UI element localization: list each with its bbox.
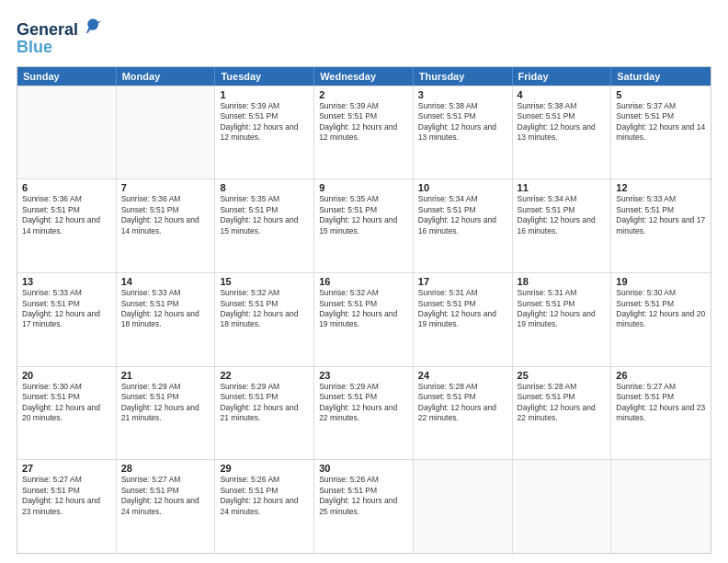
day-number: 4 xyxy=(518,89,607,100)
day-cell-15: 15Sunrise: 5:32 AM Sunset: 5:51 PM Dayli… xyxy=(215,273,314,366)
cell-info: Sunrise: 5:33 AM Sunset: 5:51 PM Dayligh… xyxy=(616,194,706,236)
day-number: 15 xyxy=(220,276,309,287)
cell-info: Sunrise: 5:31 AM Sunset: 5:51 PM Dayligh… xyxy=(418,288,507,330)
logo-blue-text: Blue xyxy=(17,38,52,57)
day-number: 21 xyxy=(121,370,210,381)
weekday-header-tuesday: Tuesday xyxy=(215,67,314,86)
cell-info: Sunrise: 5:38 AM Sunset: 5:51 PM Dayligh… xyxy=(418,101,507,144)
day-number: 8 xyxy=(220,182,309,193)
cell-info: Sunrise: 5:34 AM Sunset: 5:51 PM Dayligh… xyxy=(518,194,607,236)
page: General Blue SundayMondayTuesdayWednesda… xyxy=(0,0,728,563)
day-number: 6 xyxy=(22,182,111,193)
calendar-row-2: 13Sunrise: 5:33 AM Sunset: 5:51 PM Dayli… xyxy=(17,272,711,366)
calendar-row-3: 20Sunrise: 5:30 AM Sunset: 5:51 PM Dayli… xyxy=(17,366,711,460)
cell-info: Sunrise: 5:29 AM Sunset: 5:51 PM Dayligh… xyxy=(220,382,309,424)
day-cell-9: 9Sunrise: 5:35 AM Sunset: 5:51 PM Daylig… xyxy=(314,179,414,272)
day-number: 22 xyxy=(220,370,309,381)
weekday-header-monday: Monday xyxy=(117,67,216,86)
day-cell-10: 10Sunrise: 5:34 AM Sunset: 5:51 PM Dayli… xyxy=(414,179,513,272)
day-cell-14: 14Sunrise: 5:33 AM Sunset: 5:51 PM Dayli… xyxy=(117,273,216,366)
cell-info: Sunrise: 5:27 AM Sunset: 5:51 PM Dayligh… xyxy=(121,475,210,517)
weekday-header-wednesday: Wednesday xyxy=(314,67,414,86)
day-number: 27 xyxy=(22,463,111,474)
day-cell-30: 30Sunrise: 5:26 AM Sunset: 5:51 PM Dayli… xyxy=(314,460,414,553)
day-number: 25 xyxy=(518,370,607,381)
cell-info: Sunrise: 5:32 AM Sunset: 5:51 PM Dayligh… xyxy=(220,288,309,330)
empty-cell xyxy=(513,460,612,553)
day-cell-27: 27Sunrise: 5:27 AM Sunset: 5:51 PM Dayli… xyxy=(17,460,117,553)
cell-info: Sunrise: 5:26 AM Sunset: 5:51 PM Dayligh… xyxy=(319,475,408,517)
day-number: 7 xyxy=(121,182,210,193)
day-number: 12 xyxy=(616,182,706,193)
day-cell-16: 16Sunrise: 5:32 AM Sunset: 5:51 PM Dayli… xyxy=(314,273,414,366)
day-number: 17 xyxy=(418,276,507,287)
cell-info: Sunrise: 5:39 AM Sunset: 5:51 PM Dayligh… xyxy=(220,101,309,144)
calendar-row-1: 6Sunrise: 5:36 AM Sunset: 5:51 PM Daylig… xyxy=(17,178,711,272)
day-cell-4: 4Sunrise: 5:38 AM Sunset: 5:51 PM Daylig… xyxy=(513,86,612,179)
weekday-header-saturday: Saturday xyxy=(611,67,711,86)
cell-info: Sunrise: 5:27 AM Sunset: 5:51 PM Dayligh… xyxy=(22,475,111,517)
empty-cell xyxy=(414,460,513,553)
day-number: 1 xyxy=(220,89,309,100)
day-number: 26 xyxy=(616,370,706,381)
day-number: 30 xyxy=(319,463,408,474)
day-cell-12: 12Sunrise: 5:33 AM Sunset: 5:51 PM Dayli… xyxy=(611,179,711,272)
day-number: 14 xyxy=(121,276,210,287)
day-cell-1: 1Sunrise: 5:39 AM Sunset: 5:51 PM Daylig… xyxy=(215,86,314,179)
day-cell-11: 11Sunrise: 5:34 AM Sunset: 5:51 PM Dayli… xyxy=(513,179,612,272)
day-number: 11 xyxy=(518,182,607,193)
cell-info: Sunrise: 5:33 AM Sunset: 5:51 PM Dayligh… xyxy=(121,288,210,330)
day-cell-3: 3Sunrise: 5:38 AM Sunset: 5:51 PM Daylig… xyxy=(414,86,513,179)
calendar-body: 1Sunrise: 5:39 AM Sunset: 5:51 PM Daylig… xyxy=(17,86,711,553)
cell-info: Sunrise: 5:28 AM Sunset: 5:51 PM Dayligh… xyxy=(418,382,507,424)
day-cell-18: 18Sunrise: 5:31 AM Sunset: 5:51 PM Dayli… xyxy=(513,273,612,366)
empty-cell xyxy=(611,460,711,553)
cell-info: Sunrise: 5:30 AM Sunset: 5:51 PM Dayligh… xyxy=(616,288,706,330)
weekday-header-thursday: Thursday xyxy=(414,67,513,86)
calendar-row-4: 27Sunrise: 5:27 AM Sunset: 5:51 PM Dayli… xyxy=(17,459,711,553)
day-number: 5 xyxy=(616,89,706,100)
day-number: 18 xyxy=(518,276,607,287)
day-cell-29: 29Sunrise: 5:26 AM Sunset: 5:51 PM Dayli… xyxy=(215,460,314,553)
cell-info: Sunrise: 5:36 AM Sunset: 5:51 PM Dayligh… xyxy=(22,194,111,236)
cell-info: Sunrise: 5:39 AM Sunset: 5:51 PM Dayligh… xyxy=(319,101,408,144)
logo-text: General xyxy=(17,17,103,40)
day-cell-2: 2Sunrise: 5:39 AM Sunset: 5:51 PM Daylig… xyxy=(314,86,414,179)
cell-info: Sunrise: 5:26 AM Sunset: 5:51 PM Dayligh… xyxy=(220,475,309,517)
weekday-header-friday: Friday xyxy=(513,67,612,86)
day-cell-6: 6Sunrise: 5:36 AM Sunset: 5:51 PM Daylig… xyxy=(17,179,117,272)
day-cell-8: 8Sunrise: 5:35 AM Sunset: 5:51 PM Daylig… xyxy=(215,179,314,272)
cell-info: Sunrise: 5:32 AM Sunset: 5:51 PM Dayligh… xyxy=(319,288,408,330)
day-cell-24: 24Sunrise: 5:28 AM Sunset: 5:51 PM Dayli… xyxy=(414,367,513,460)
day-number: 16 xyxy=(319,276,408,287)
day-cell-23: 23Sunrise: 5:29 AM Sunset: 5:51 PM Dayli… xyxy=(314,367,414,460)
day-number: 3 xyxy=(418,89,507,100)
day-number: 19 xyxy=(616,276,706,287)
cell-info: Sunrise: 5:34 AM Sunset: 5:51 PM Dayligh… xyxy=(418,194,507,236)
logo-bird-icon xyxy=(85,17,103,35)
day-number: 10 xyxy=(418,182,507,193)
day-cell-7: 7Sunrise: 5:36 AM Sunset: 5:51 PM Daylig… xyxy=(117,179,216,272)
cell-info: Sunrise: 5:37 AM Sunset: 5:51 PM Dayligh… xyxy=(616,101,706,144)
day-cell-26: 26Sunrise: 5:27 AM Sunset: 5:51 PM Dayli… xyxy=(611,367,711,460)
day-number: 29 xyxy=(220,463,309,474)
empty-cell xyxy=(17,86,117,179)
cell-info: Sunrise: 5:35 AM Sunset: 5:51 PM Dayligh… xyxy=(319,194,408,236)
cell-info: Sunrise: 5:28 AM Sunset: 5:51 PM Dayligh… xyxy=(518,382,607,424)
day-cell-17: 17Sunrise: 5:31 AM Sunset: 5:51 PM Dayli… xyxy=(414,273,513,366)
weekday-header-sunday: Sunday xyxy=(17,67,117,86)
calendar-row-0: 1Sunrise: 5:39 AM Sunset: 5:51 PM Daylig… xyxy=(17,86,711,179)
day-cell-21: 21Sunrise: 5:29 AM Sunset: 5:51 PM Dayli… xyxy=(117,367,216,460)
day-cell-13: 13Sunrise: 5:33 AM Sunset: 5:51 PM Dayli… xyxy=(17,273,117,366)
cell-info: Sunrise: 5:38 AM Sunset: 5:51 PM Dayligh… xyxy=(518,101,607,144)
day-number: 23 xyxy=(319,370,408,381)
cell-info: Sunrise: 5:36 AM Sunset: 5:51 PM Dayligh… xyxy=(121,194,210,236)
calendar-header: SundayMondayTuesdayWednesdayThursdayFrid… xyxy=(17,67,711,86)
cell-info: Sunrise: 5:29 AM Sunset: 5:51 PM Dayligh… xyxy=(121,382,210,424)
cell-info: Sunrise: 5:31 AM Sunset: 5:51 PM Dayligh… xyxy=(518,288,607,330)
day-number: 24 xyxy=(418,370,507,381)
day-cell-25: 25Sunrise: 5:28 AM Sunset: 5:51 PM Dayli… xyxy=(513,367,612,460)
day-cell-19: 19Sunrise: 5:30 AM Sunset: 5:51 PM Dayli… xyxy=(611,273,711,366)
header: General Blue xyxy=(17,17,711,57)
empty-cell xyxy=(117,86,216,179)
